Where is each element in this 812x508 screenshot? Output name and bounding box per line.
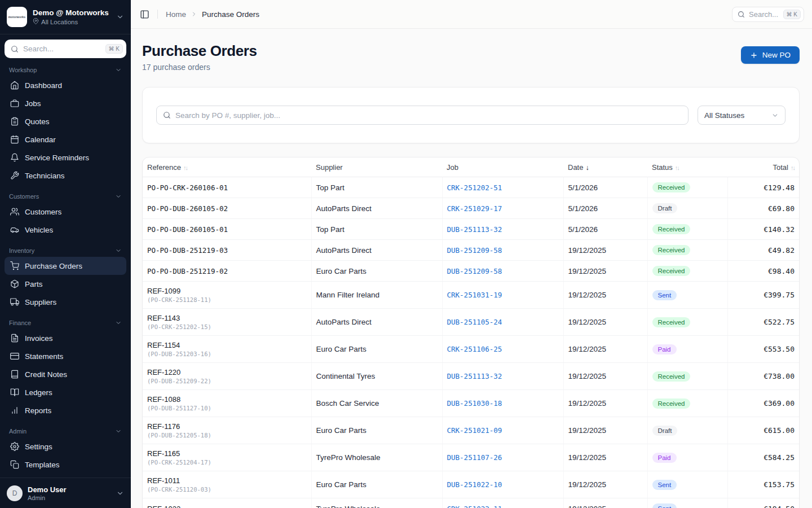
search-icon xyxy=(163,111,171,119)
job-link[interactable]: DUB-251107-26 xyxy=(447,453,502,462)
po-date: 19/12/2025 xyxy=(563,282,647,309)
nav-section-label[interactable]: Finance xyxy=(5,316,126,329)
table-row[interactable]: REF-1022TyrePro WholesaleCRK-251023-1119… xyxy=(143,498,799,508)
sidebar-search-input[interactable] xyxy=(23,45,101,53)
topbar-divider xyxy=(157,10,158,19)
po-date: 19/12/2025 xyxy=(563,261,647,282)
job-link[interactable]: DUB-251105-24 xyxy=(447,318,502,326)
po-total: €184.50 xyxy=(727,498,799,508)
status-badge: Sent xyxy=(652,503,677,508)
job-link[interactable]: DUB-251209-58 xyxy=(447,246,502,255)
job-link[interactable]: DUB-251113-32 xyxy=(447,225,502,234)
sidebar-search[interactable]: ⌘ K xyxy=(5,40,126,58)
sidebar-item-technicians[interactable]: Technicians xyxy=(5,167,126,185)
job-link[interactable]: DUB-251209-58 xyxy=(447,267,502,275)
sidebar-item-label: Templates xyxy=(25,461,60,469)
sidebar-item-vehicles[interactable]: Vehicles xyxy=(5,221,126,239)
sidebar-item-customers[interactable]: Customers xyxy=(5,203,126,221)
sidebar-item-templates[interactable]: Templates xyxy=(5,456,126,474)
table-row[interactable]: PO-PO-DUB-260105-01Top PartDUB-251113-32… xyxy=(143,219,799,240)
po-total: €584.25 xyxy=(727,444,799,471)
table-row[interactable]: REF-1099(PO-CRK-251128-11)Mann Filter Ir… xyxy=(143,282,799,309)
status-filter-select[interactable]: All Statuses xyxy=(698,106,785,125)
sidebar-item-dashboard[interactable]: Dashboard xyxy=(5,76,126,94)
po-search[interactable] xyxy=(156,106,689,125)
user-meta: Demo User Admin xyxy=(28,485,111,501)
column-header-reference[interactable]: Reference↑↓ xyxy=(143,157,311,177)
breadcrumb-home[interactable]: Home xyxy=(166,10,186,19)
nav-section-customers: CustomersCustomersVehicles xyxy=(5,190,126,239)
sidebar-item-label: Reports xyxy=(25,406,51,415)
global-search[interactable]: Search... ⌘ K xyxy=(732,7,804,22)
job-link[interactable]: DUB-251022-10 xyxy=(447,480,502,489)
clipboard-icon xyxy=(10,117,19,126)
sidebar-item-calendar[interactable]: Calendar xyxy=(5,130,126,148)
chevron-down-icon xyxy=(115,319,122,326)
credit-card-icon xyxy=(10,352,19,361)
sidebar-item-label: Statements xyxy=(25,352,63,361)
nav-section-label[interactable]: Inventory xyxy=(5,244,126,257)
new-po-button[interactable]: New PO xyxy=(741,46,800,64)
user-role: Admin xyxy=(28,494,111,501)
column-header-date[interactable]: Date↓ xyxy=(563,157,647,177)
copy-icon xyxy=(10,460,19,469)
sidebar-item-reports[interactable]: Reports xyxy=(5,401,126,419)
table-row[interactable]: REF-1154(PO-DUB-251203-16)Euro Car Parts… xyxy=(143,336,799,363)
po-supplier: Mann Filter Ireland xyxy=(311,282,442,309)
sidebar-item-parts[interactable]: Parts xyxy=(5,275,126,293)
job-link[interactable]: CRK-251031-19 xyxy=(447,291,502,299)
job-link[interactable]: CRK-251106-25 xyxy=(447,345,502,353)
po-search-input[interactable] xyxy=(175,111,682,120)
sidebar-item-jobs[interactable]: Jobs xyxy=(5,94,126,112)
book-open-icon xyxy=(10,388,19,397)
job-link[interactable]: CRK-251202-51 xyxy=(447,183,502,192)
nav-section-label[interactable]: Admin xyxy=(5,424,126,437)
sidebar-item-statements[interactable]: Statements xyxy=(5,347,126,365)
table-row[interactable]: REF-1220(PO-DUB-251209-22)Continental Ty… xyxy=(143,363,799,390)
table-row[interactable]: PO-PO-DUB-251219-02Euro Car PartsDUB-251… xyxy=(143,261,799,282)
job-link[interactable]: DUB-251030-18 xyxy=(447,399,502,408)
sidebar-item-quotes[interactable]: Quotes xyxy=(5,112,126,130)
sidebar: motorworks Demo @ Motorworks All Locatio… xyxy=(0,0,131,508)
chevron-down-icon xyxy=(771,112,779,119)
table-row[interactable]: REF-1165(PO-CRK-251204-17)TyrePro Wholes… xyxy=(143,444,799,471)
nav-section-label[interactable]: Workshop xyxy=(5,63,126,76)
table-row[interactable]: REF-1176(PO-DUB-251205-18)Euro Car Parts… xyxy=(143,417,799,444)
car-icon xyxy=(10,225,19,234)
global-search-placeholder: Search... xyxy=(749,10,779,19)
sidebar-item-purchase-orders[interactable]: Purchase Orders xyxy=(5,257,126,275)
po-reference: PO-PO-CRK-260106-01 xyxy=(147,183,307,192)
sidebar-item-ledgers[interactable]: Ledgers xyxy=(5,383,126,401)
job-link[interactable]: CRK-251023-11 xyxy=(447,505,502,508)
org-switcher[interactable]: motorworks Demo @ Motorworks All Locatio… xyxy=(0,0,131,34)
job-link[interactable]: CRK-251021-09 xyxy=(447,426,502,435)
nav-section-label[interactable]: Customers xyxy=(5,190,126,203)
sidebar-item-service-reminders[interactable]: Service Reminders xyxy=(5,148,126,167)
table-row[interactable]: REF-1088(PO-DUB-251127-10)Bosch Car Serv… xyxy=(143,390,799,417)
column-header-total[interactable]: Total↑↓ xyxy=(727,157,799,177)
sidebar-item-suppliers[interactable]: Suppliers xyxy=(5,293,126,311)
po-total: €522.75 xyxy=(727,309,799,336)
user-menu[interactable]: D Demo User Admin xyxy=(0,478,131,508)
status-filter-value: All Statuses xyxy=(704,111,744,120)
table-row[interactable]: PO-PO-DUB-251219-03AutoParts DirectDUB-2… xyxy=(143,240,799,261)
avatar: D xyxy=(7,485,23,501)
sort-icon: ↑↓ xyxy=(675,164,679,171)
column-header-job[interactable]: Job xyxy=(442,157,563,177)
po-table-card: Reference↑↓ Supplier Job Date↓ Status↑↓ … xyxy=(142,157,800,508)
table-row[interactable]: REF-1143(PO-CRK-251202-15)AutoParts Dire… xyxy=(143,309,799,336)
po-date: 19/12/2025 xyxy=(563,336,647,363)
table-row[interactable]: PO-PO-CRK-260106-01Top PartCRK-251202-51… xyxy=(143,177,799,198)
column-header-supplier[interactable]: Supplier xyxy=(311,157,442,177)
po-total: €738.00 xyxy=(727,363,799,390)
table-row[interactable]: PO-PO-DUB-260105-02AutoParts DirectCRK-2… xyxy=(143,198,799,219)
job-link[interactable]: CRK-251029-17 xyxy=(447,204,502,213)
main: Home Purchase Orders Search... ⌘ K Purch… xyxy=(131,0,812,508)
job-link[interactable]: DUB-251113-32 xyxy=(447,372,502,380)
sidebar-item-settings[interactable]: Settings xyxy=(5,437,126,456)
table-row[interactable]: REF-1011(PO-CRK-251120-03)Euro Car Parts… xyxy=(143,471,799,498)
sidebar-item-invoices[interactable]: Invoices xyxy=(5,329,126,347)
column-header-status[interactable]: Status↑↓ xyxy=(647,157,727,177)
sidebar-toggle-icon[interactable] xyxy=(139,8,151,20)
sidebar-item-credit-notes[interactable]: Credit Notes xyxy=(5,365,126,383)
